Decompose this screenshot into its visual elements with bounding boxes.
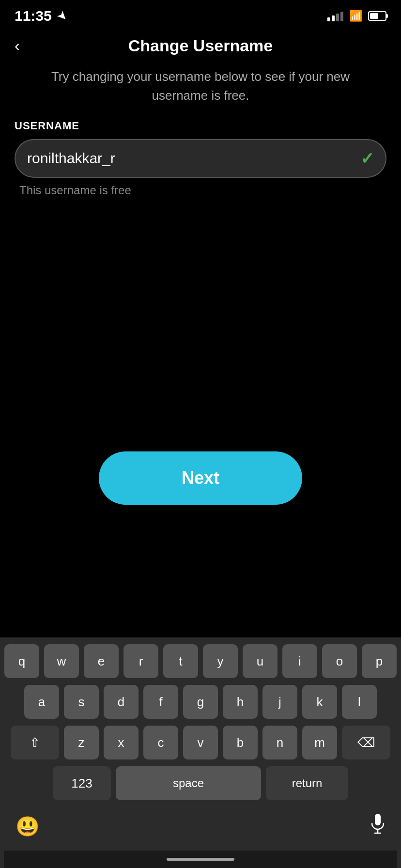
backspace-key[interactable]: ⌫ xyxy=(342,726,390,760)
home-bar xyxy=(167,858,234,861)
keyboard-row-1: q w e r t y u i o p xyxy=(4,644,397,678)
subtitle-text: Try changing your username below to see … xyxy=(0,62,401,120)
key-b[interactable]: b xyxy=(223,726,258,760)
status-time: 11:35 ➤ xyxy=(15,8,66,24)
key-r[interactable]: r xyxy=(123,644,158,678)
key-n[interactable]: n xyxy=(262,726,297,760)
key-g[interactable]: g xyxy=(183,685,218,719)
checkmark-icon: ✓ xyxy=(360,149,374,168)
key-e[interactable]: e xyxy=(84,644,119,678)
key-i[interactable]: i xyxy=(282,644,317,678)
next-button[interactable]: Next xyxy=(99,451,302,505)
location-arrow-icon: ➤ xyxy=(54,8,69,23)
battery-icon xyxy=(368,11,386,21)
wifi-icon: 📶 xyxy=(349,10,362,22)
keyboard-row-4: 123 space return xyxy=(4,766,397,800)
key-a[interactable]: a xyxy=(24,685,59,719)
header: ‹ Change Username xyxy=(0,29,401,62)
key-z[interactable]: z xyxy=(64,726,99,760)
key-o[interactable]: o xyxy=(322,644,357,678)
key-u[interactable]: u xyxy=(243,644,278,678)
microphone-icon[interactable] xyxy=(370,814,386,839)
status-bar: 11:35 ➤ 📶 xyxy=(0,0,401,29)
key-s[interactable]: s xyxy=(64,685,99,719)
svg-rect-0 xyxy=(375,814,381,825)
signal-icon xyxy=(327,11,343,21)
numbers-key[interactable]: 123 xyxy=(53,766,111,800)
back-button[interactable]: ‹ xyxy=(15,37,20,55)
keyboard-bottom-bar: 😃 xyxy=(4,807,397,851)
key-c[interactable]: c xyxy=(143,726,178,760)
status-icons: 📶 xyxy=(327,10,386,22)
key-k[interactable]: k xyxy=(302,685,337,719)
key-l[interactable]: l xyxy=(342,685,377,719)
space-key[interactable]: space xyxy=(116,766,261,800)
field-label: USERNAME xyxy=(15,120,386,132)
username-status-message: This username is free xyxy=(15,178,386,197)
time-display: 11:35 xyxy=(15,8,52,24)
key-m[interactable]: m xyxy=(302,726,337,760)
emoji-button[interactable]: 😃 xyxy=(15,815,40,838)
key-d[interactable]: d xyxy=(104,685,139,719)
key-p[interactable]: p xyxy=(362,644,397,678)
shift-key[interactable]: ⇧ xyxy=(11,726,59,760)
key-j[interactable]: j xyxy=(262,685,297,719)
username-input[interactable] xyxy=(27,150,360,167)
return-key[interactable]: return xyxy=(266,766,348,800)
username-input-wrapper[interactable]: ✓ xyxy=(15,139,386,178)
key-q[interactable]: q xyxy=(4,644,39,678)
keyboard: q w e r t y u i o p a s d f g h j k l ⇧ … xyxy=(0,637,401,868)
form-section: USERNAME ✓ This username is free xyxy=(0,120,401,197)
next-button-label: Next xyxy=(182,468,219,488)
key-t[interactable]: t xyxy=(163,644,198,678)
keyboard-row-3: ⇧ z x c v b n m ⌫ xyxy=(4,726,397,760)
key-h[interactable]: h xyxy=(223,685,258,719)
key-w[interactable]: w xyxy=(44,644,79,678)
key-v[interactable]: v xyxy=(183,726,218,760)
key-x[interactable]: x xyxy=(104,726,139,760)
home-indicator xyxy=(4,851,397,868)
key-y[interactable]: y xyxy=(203,644,238,678)
key-f[interactable]: f xyxy=(143,685,178,719)
page-title: Change Username xyxy=(0,36,401,55)
keyboard-row-2: a s d f g h j k l xyxy=(4,685,397,719)
